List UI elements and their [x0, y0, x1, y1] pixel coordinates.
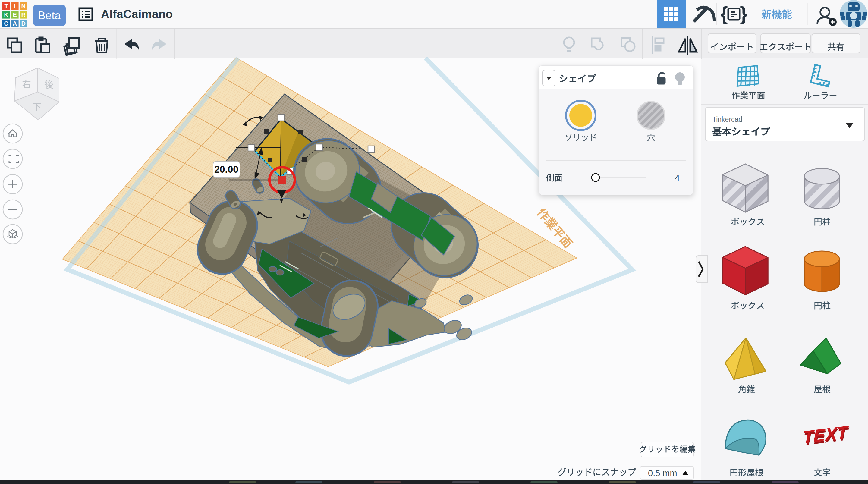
svg-text:AlfaCaimano: AlfaCaimano	[101, 7, 173, 21]
svg-text:Beta: Beta	[38, 9, 61, 22]
svg-text:20.00: 20.00	[214, 164, 239, 175]
svg-text:N: N	[21, 3, 25, 10]
svg-text:E: E	[13, 11, 17, 18]
svg-text:R: R	[21, 11, 26, 18]
svg-text:}: }	[740, 3, 747, 25]
svg-text:4: 4	[675, 173, 680, 182]
svg-text:0.5 mm: 0.5 mm	[648, 468, 677, 478]
svg-text:A: A	[13, 20, 17, 27]
svg-text:C: C	[4, 20, 8, 27]
svg-text:K: K	[4, 11, 8, 18]
svg-text:I: I	[14, 3, 16, 10]
svg-text:{: {	[720, 3, 728, 25]
svg-text:Tinkercad: Tinkercad	[712, 115, 742, 123]
svg-text:T: T	[4, 3, 8, 10]
svg-text:D: D	[21, 20, 25, 27]
